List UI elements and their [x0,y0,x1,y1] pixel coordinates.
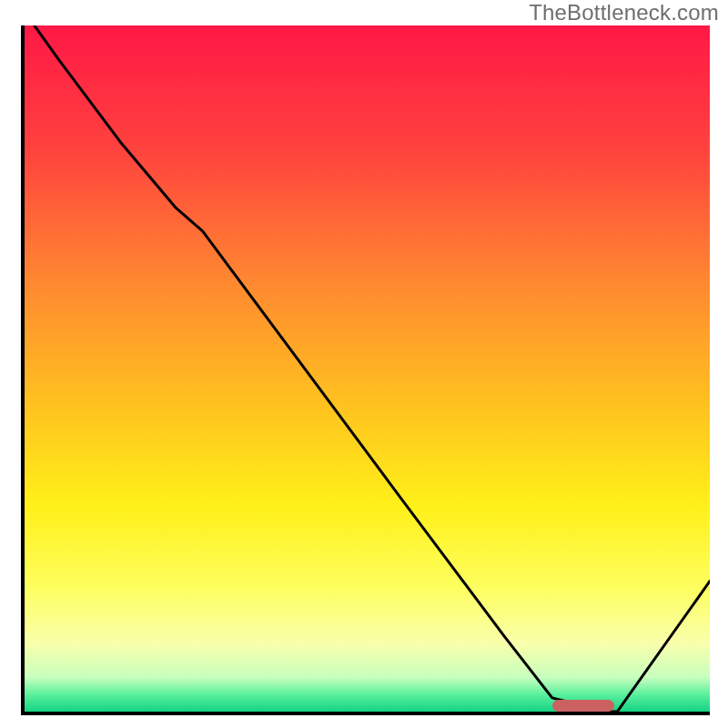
plot-axes [21,25,710,715]
watermark-text: TheBottleneck.com [529,0,719,25]
chart-root: TheBottleneck.com [0,0,728,728]
bottleneck-curve [25,25,710,712]
plot-area [25,25,710,712]
optimal-range-marker [552,700,614,712]
